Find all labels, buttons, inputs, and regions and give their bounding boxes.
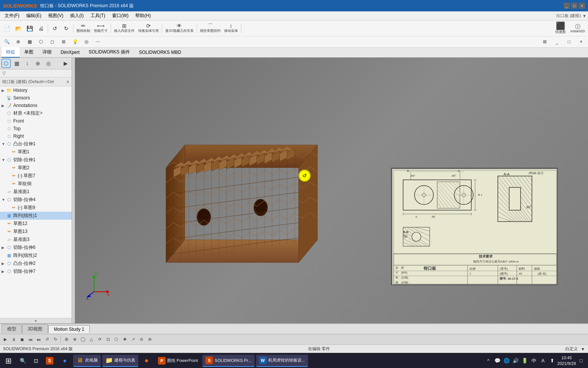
tb-convert[interactable]: ⟳ 转换实体引用 — [137, 22, 160, 34]
taskbar-app-chrome[interactable]: ● — [58, 355, 72, 367]
menu-window[interactable]: 窗口(W) — [109, 12, 131, 20]
tab-model[interactable]: 模型 — [2, 324, 22, 333]
tray-up-arrow[interactable]: ^ — [485, 357, 492, 365]
btb-more-11[interactable]: ⊛ — [146, 336, 153, 343]
tb-sketch-fillet[interactable]: ⌒ 线性草图排列 — [199, 22, 222, 34]
tab-features[interactable]: 特征 — [2, 47, 20, 58]
btb-more-7[interactable]: ⬡ — [113, 336, 120, 343]
tb-view-orientation[interactable]: ⊕ — [13, 37, 23, 46]
tab-sketch[interactable]: 单图 — [20, 47, 38, 58]
tb-open[interactable]: 📂 — [13, 24, 23, 33]
tray-more[interactable]: ⬆ — [548, 357, 556, 365]
tab-3d-view[interactable]: 3D视图 — [22, 324, 48, 333]
tb-instant2d[interactable]: Ⓘ Instant2D — [569, 23, 586, 34]
panel-icon-property[interactable]: ▦ — [12, 59, 21, 68]
menu-tools[interactable]: 工具(T) — [88, 12, 108, 20]
taskbar-app-word[interactable]: W 机用虎钳的钳板设... — [256, 355, 308, 367]
btb-pause[interactable]: ⏸ — [10, 336, 17, 343]
tray-battery[interactable]: 🔋 — [521, 357, 529, 365]
tb-view-search[interactable]: 🔍 — [2, 37, 12, 46]
btb-more-1[interactable]: ⊞ — [63, 336, 70, 343]
tab-dimxpert[interactable]: DimXpert — [56, 48, 84, 57]
tree-item-sensors[interactable]: 📡 Sensors — [0, 94, 72, 102]
btb-more-5[interactable]: ⟳ — [96, 336, 103, 343]
tree-item-sketch-a[interactable]: ✏ 草纹倒 — [0, 180, 72, 188]
tb-view-section[interactable]: ▦ — [24, 37, 35, 46]
btb-prev[interactable]: ⏮ — [27, 336, 34, 343]
tb-view-hide[interactable]: ◻ — [47, 37, 58, 46]
clock-display[interactable]: 10:45 2021/9/28 — [557, 355, 576, 366]
taskbar-app-thispc[interactable]: 🖥 此电脑 — [73, 355, 101, 367]
tree-item-boss2[interactable]: ▶ ⬡ 凸台-拉伸2 — [0, 259, 72, 267]
status-dropdown[interactable]: ▼ — [581, 347, 585, 351]
tb-smart-dim[interactable]: ⟷ 智能尺寸 — [92, 22, 109, 34]
tb-view-display[interactable]: ⬡ — [36, 37, 46, 46]
tray-network[interactable]: 🌐 — [503, 357, 510, 365]
taskbar-app-jianmo[interactable]: 📁 建模与仿真 — [102, 355, 138, 367]
btb-stop[interactable]: ⏹ — [18, 336, 26, 343]
tb-move-entity[interactable]: ↕ 移动实体 — [223, 22, 239, 34]
btb-undo[interactable]: ↺ — [43, 336, 51, 343]
tb-view-lights[interactable]: 💡 — [70, 37, 80, 46]
menu-view[interactable]: 视图(V) — [45, 12, 66, 20]
tree-item-top[interactable]: □ Top — [0, 125, 72, 132]
panel-resize-handle[interactable]: ⋮ — [72, 58, 75, 323]
btb-more-4[interactable]: △ — [88, 336, 95, 343]
tree-item-sketch12[interactable]: ✏ 草图12 — [0, 220, 72, 228]
maximize-button[interactable]: □ — [571, 3, 577, 9]
tab-evaluate[interactable]: 详细 — [38, 47, 56, 58]
tree-item-cut1[interactable]: ▼ ⬡ 切除-拉伸1 — [0, 156, 72, 164]
panel-icon-display[interactable]: ⊕ — [33, 59, 42, 68]
btb-more-6[interactable]: ⊡ — [104, 336, 112, 343]
btb-more-9[interactable]: ↗ — [129, 336, 137, 343]
tb-undo[interactable]: ↺ — [50, 24, 60, 33]
start-button[interactable]: ⊞ — [2, 354, 15, 368]
btb-redo[interactable]: ↻ — [52, 336, 59, 343]
taskbar-app-sw-icon[interactable]: S — [43, 355, 56, 367]
tb-window-close[interactable]: × — [576, 37, 586, 46]
tree-item-cut4[interactable]: ▼ ⬡ 切除-拉伸4 — [0, 196, 72, 204]
tb-view-more[interactable]: ⊞ — [58, 37, 69, 46]
panel-icon-feature-tree[interactable]: ⬡ — [2, 59, 11, 68]
close-button[interactable]: × — [579, 3, 585, 9]
btb-more-8[interactable]: ✚ — [121, 336, 128, 343]
tb-window-min[interactable]: _ — [552, 37, 562, 46]
feature-tree[interactable]: ▶ 📁 History 📡 Sensors ▶ 📝 Annotations — [0, 86, 72, 318]
taskbar-app-chrome2[interactable]: ● — [140, 355, 153, 367]
tb-quick-view[interactable]: ⬛ 快速图 — [554, 21, 567, 35]
taskbar-app-sw2[interactable]: S SOLIDWORKS Pr... — [202, 355, 254, 367]
tree-item-pattern1[interactable]: ▦ 阵列(线性)1 — [0, 212, 72, 220]
tb-print[interactable]: 🖨 — [36, 24, 46, 33]
tray-volume[interactable]: 🔊 — [512, 357, 519, 365]
btb-next[interactable]: ⏭ — [35, 336, 42, 343]
tray-lang[interactable]: A — [539, 357, 547, 365]
tree-item-front[interactable]: □ Front — [0, 117, 72, 125]
panel-scroll-down[interactable]: ▼ — [0, 318, 72, 323]
tree-item-sketch9[interactable]: ✏ (-) 草图9 — [0, 204, 72, 212]
tab-sw-addins[interactable]: SOLIDWORKS 插件 — [84, 47, 134, 58]
tree-item-boss1[interactable]: ▼ ⬡ 凸台-拉伸1 — [0, 140, 72, 148]
tree-item-history[interactable]: ▶ 📁 History — [0, 86, 72, 94]
tree-item-sketch1[interactable]: ✏ 草图1 — [0, 148, 72, 156]
menu-file[interactable]: 文件(F) — [2, 12, 22, 20]
panel-icon-config[interactable]: ↕ — [23, 59, 32, 68]
taskbar-task-view[interactable]: ⊡ — [31, 355, 41, 367]
tb-sketch-draw[interactable]: ✏ 图纸绘制 — [75, 22, 92, 34]
tree-item-sketch2[interactable]: ✏ 草图2 — [0, 164, 72, 172]
taskbar-search[interactable]: 🔍 — [17, 355, 29, 367]
tray-ime[interactable]: 中 — [530, 357, 538, 365]
tab-sw-mbd[interactable]: SOLIDWORKS MBD — [134, 48, 186, 57]
tb-model-items[interactable]: ⊞ 插入内容文件 — [113, 22, 136, 34]
tb-window-restore[interactable]: □ — [564, 37, 574, 46]
tb-window-layout[interactable]: ⊞ — [540, 37, 550, 46]
btb-play[interactable]: ▶ — [2, 336, 9, 343]
menu-edit[interactable]: 编辑(E) — [23, 12, 44, 20]
tree-item-sketch7[interactable]: ✏ (-) 草图7 — [0, 172, 72, 180]
tree-item-materials[interactable]: ⬡ 材质 <未指定> — [0, 109, 72, 117]
tb-new[interactable]: 📄 — [2, 24, 12, 33]
tb-view-extras[interactable]: ⋯ — [92, 37, 103, 46]
tray-chat[interactable]: 💬 — [494, 357, 501, 365]
tb-save[interactable]: 💾 — [24, 24, 35, 33]
btb-more-3[interactable]: ◯ — [79, 336, 87, 343]
tree-item-annotations[interactable]: ▶ 📝 Annotations — [0, 102, 72, 109]
